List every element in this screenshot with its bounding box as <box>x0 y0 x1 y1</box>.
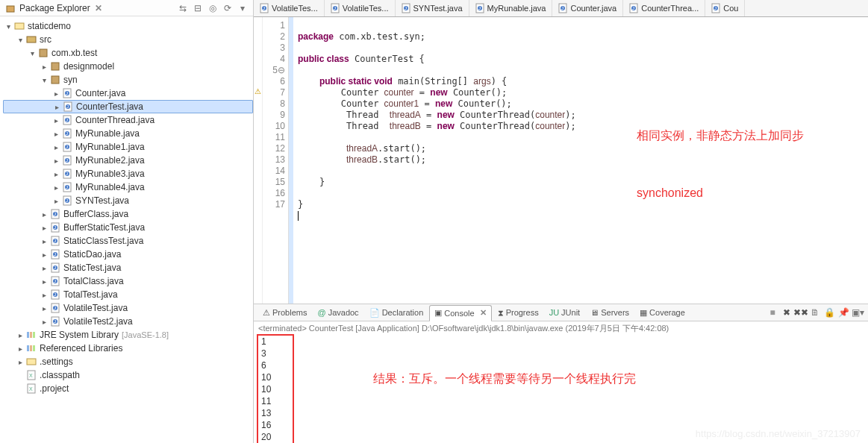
tree-reflib[interactable]: Referenced Libraries <box>40 343 122 354</box>
java-file-icon: J <box>61 154 73 166</box>
tree-src[interactable]: src <box>40 34 51 45</box>
view-close-icon[interactable]: ✕ <box>95 3 102 13</box>
svg-text:J: J <box>478 6 481 10</box>
svg-rect-63 <box>27 345 29 351</box>
tree-file[interactable]: ▸JVolatileTest.java <box>3 301 253 315</box>
svg-text:J: J <box>66 118 68 122</box>
svg-text:J: J <box>54 225 56 230</box>
java-file-icon: J <box>49 315 61 327</box>
svg-rect-61 <box>30 332 32 338</box>
remove-all-icon[interactable]: ✖✖ <box>795 307 807 318</box>
close-icon[interactable]: ✕ <box>480 308 487 318</box>
console-view: <terminated> CounterTest [Java Applicati… <box>254 321 868 443</box>
tab-console[interactable]: ▣Console✕ <box>429 305 491 321</box>
tree-file[interactable]: ▸JSYNTest.java <box>3 194 253 207</box>
folder-icon <box>25 356 37 368</box>
java-file-icon: J <box>49 222 61 233</box>
console-annotation: 结果：互斥。一个线程需要等待另一个线程执行完 <box>373 373 636 385</box>
java-file-icon: J <box>331 3 340 13</box>
tree-file[interactable]: ▸JMyRunable3.java <box>3 167 253 180</box>
editor-tabbar[interactable]: JVolatileTes...JVolatileTes...JSYNTest.j… <box>254 0 868 17</box>
javadoc-icon: @ <box>317 308 325 317</box>
tree-subpkg[interactable]: syn <box>63 75 78 85</box>
console-line: 3 <box>258 348 864 359</box>
tree-project-file[interactable]: .project <box>40 383 69 394</box>
focus-icon[interactable]: ◎ <box>207 2 219 14</box>
tab-servers[interactable]: 🖥Servers <box>586 304 634 321</box>
editor-tab[interactable]: JCounter.java <box>552 0 623 16</box>
code-area[interactable]: package package com.xb.test.syn;com.xb.t… <box>293 17 868 304</box>
svg-text:X: X <box>29 373 33 378</box>
tree-settings[interactable]: .settings <box>40 356 73 367</box>
tree-file[interactable]: ▸JTotalClass.java <box>3 274 253 288</box>
link-editor-icon[interactable]: ⇆ <box>177 2 189 14</box>
tree-subpkg[interactable]: designmodel <box>63 61 114 72</box>
tree-file[interactable]: ▸JBufferClass.java <box>3 207 253 221</box>
tree-file[interactable]: ▸JStaticTest.java <box>3 261 253 274</box>
file-icon: X <box>25 369 37 381</box>
java-file-icon: J <box>260 3 269 13</box>
console-line: 6 <box>258 359 864 371</box>
tree-pkg[interactable]: com.xb.test <box>51 48 97 58</box>
tree-file[interactable]: ▸JBufferStaticTest.java <box>3 221 253 234</box>
tab-progress[interactable]: ⧗Progress <box>493 304 543 321</box>
terminate-icon[interactable]: ■ <box>766 307 778 318</box>
view-menu-icon[interactable]: ▾ <box>237 2 249 14</box>
tree-file[interactable]: ▸JMyRunable.java <box>3 127 253 140</box>
tab-javadoc[interactable]: @Javadoc <box>313 304 363 321</box>
console-status: <terminated> CounterTest [Java Applicati… <box>254 321 868 336</box>
tab-problems[interactable]: ⚠Problems <box>258 304 311 321</box>
editor-tab[interactable]: JCounterThrea... <box>623 0 705 16</box>
svg-rect-65 <box>33 345 35 351</box>
package-icon <box>49 60 61 72</box>
svg-text:X: X <box>29 386 33 392</box>
scroll-lock-icon[interactable]: 🔒 <box>823 307 835 318</box>
editor-tab[interactable]: JMyRunable.java <box>469 0 553 16</box>
package-explorer-header: Package Explorer ✕ ⇆ ⊟ ◎ ⟳ ▾ <box>0 0 253 16</box>
clear-console-icon[interactable]: 🗎 <box>809 307 821 318</box>
tree-file[interactable]: ▸JCounter.java <box>3 87 253 100</box>
tab-junit[interactable]: JUJUnit <box>545 304 585 321</box>
tree-file[interactable]: ▸JMyRunable2.java <box>3 154 253 167</box>
pin-console-icon[interactable]: 📌 <box>837 307 849 318</box>
java-file-icon: J <box>475 3 484 13</box>
tree-file[interactable]: ▸JStaticDao.java <box>3 248 253 261</box>
tree-jre[interactable]: JRE System Library <box>40 330 119 340</box>
tree-classpath[interactable]: .classpath <box>40 370 80 380</box>
java-file-icon: J <box>49 208 61 220</box>
editor-tab[interactable]: JVolatileTes... <box>254 0 325 16</box>
tree-project[interactable]: staticdemo <box>28 21 71 31</box>
watermark: https://blog.csdn.net/weixin_37213907 <box>696 428 861 440</box>
java-file-icon: J <box>61 114 73 126</box>
svg-text:J: J <box>54 212 56 216</box>
tree-file[interactable]: ▸JMyRunable1.java <box>3 140 253 154</box>
code-editor[interactable]: ⚠ 12345⊖67891011121314151617 package pac… <box>254 17 868 304</box>
tree-file[interactable]: ▸JMyRunable4.java <box>3 180 253 194</box>
editor-tab[interactable]: JSYNTest.java <box>396 0 469 16</box>
bottom-views-tabbar[interactable]: ⚠Problems @Javadoc 📄Declaration ▣Console… <box>254 304 868 321</box>
console-line: 11 <box>258 395 864 407</box>
tree-file[interactable]: ▸JTotalTest.java <box>3 288 253 301</box>
tab-declaration[interactable]: 📄Declaration <box>365 304 428 321</box>
refresh-icon[interactable]: ⟳ <box>222 2 234 14</box>
tree-file[interactable]: ▸JCounterTest.java <box>3 100 253 113</box>
collapse-all-icon[interactable]: ⊟ <box>192 2 204 14</box>
library-icon <box>25 342 37 354</box>
console-output[interactable]: 136101011131620 结果：互斥。一个线程需要等待另一个线程执行完 h… <box>254 336 868 443</box>
display-console-icon[interactable]: ▣▾ <box>852 307 864 318</box>
java-file-icon: J <box>49 262 61 274</box>
problems-icon: ⚠ <box>263 308 270 318</box>
project-tree[interactable]: ▾staticdemo ▾src ▾com.xb.test ▸designmod… <box>0 16 253 443</box>
editor-tab[interactable]: JCou <box>705 0 745 16</box>
console-line: 13 <box>258 407 864 419</box>
tree-file[interactable]: ▸JCounterThread.java <box>3 113 253 127</box>
editor-tab[interactable]: JVolatileTes... <box>325 0 396 16</box>
package-icon <box>49 74 61 86</box>
tree-file[interactable]: ▸JStaticClassTest.java <box>3 234 253 248</box>
svg-text:J: J <box>54 266 56 270</box>
svg-text:J: J <box>334 6 336 10</box>
tab-coverage[interactable]: ▦Coverage <box>635 304 690 321</box>
remove-launch-icon[interactable]: ✖ <box>781 307 793 318</box>
tree-file[interactable]: ▸JVolatileTest2.java <box>3 315 253 328</box>
svg-text:J: J <box>66 158 68 163</box>
